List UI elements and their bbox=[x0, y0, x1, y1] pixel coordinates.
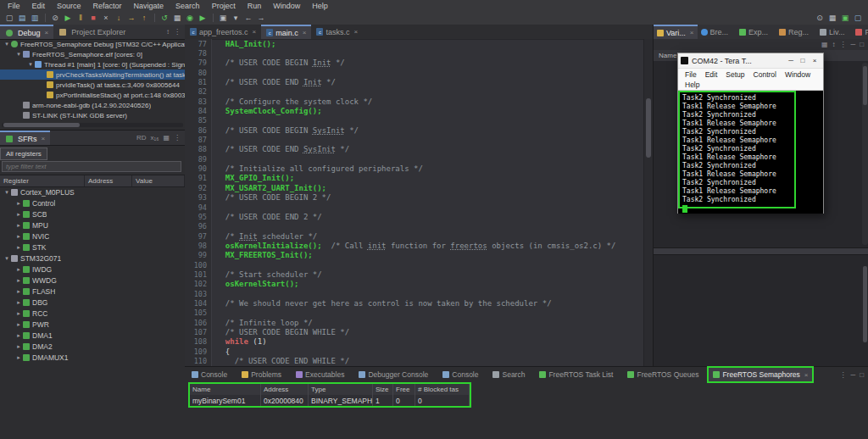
line-number-gutter[interactable]: 93 bbox=[185, 193, 212, 203]
semaphore-table-row[interactable]: myBinarySem01 0x20000840 BINARY_SEMAPHO.… bbox=[190, 395, 470, 406]
view-menu-icon[interactable]: ⋮ bbox=[174, 28, 181, 36]
separator[interactable] bbox=[45, 14, 46, 22]
step-over-icon[interactable]: → bbox=[125, 13, 137, 24]
maximize-view-icon[interactable]: □ bbox=[860, 371, 864, 379]
code-line[interactable]: 83 /* Configure the system clock */ bbox=[185, 97, 644, 106]
expander-icon[interactable]: ▸ bbox=[15, 332, 22, 339]
menu-item[interactable]: Window bbox=[781, 70, 815, 79]
layout-icon[interactable]: ▦ bbox=[821, 41, 828, 48]
view-tab-sfrs[interactable]: SFRs × bbox=[0, 131, 50, 145]
code-line[interactable]: 94 bbox=[185, 203, 644, 212]
code-line[interactable]: 108 while (1) bbox=[185, 337, 644, 347]
annotation-nav-icon[interactable]: ▾ bbox=[230, 13, 242, 24]
register-tree-item[interactable]: ▸ NVIC bbox=[0, 231, 185, 242]
expander-icon[interactable]: ▸ bbox=[15, 277, 22, 284]
code-line[interactable]: 101 /* Start scheduler */ bbox=[185, 270, 644, 279]
save-icon[interactable]: ▤ bbox=[16, 13, 28, 24]
register-column-header[interactable]: Value bbox=[132, 175, 185, 186]
code-line[interactable]: 91 MX_GPIO_Init(); bbox=[185, 174, 644, 183]
view-tab[interactable]: Liv... bbox=[816, 25, 852, 39]
code-line[interactable]: 110 /* USER CODE END WHILE */ bbox=[185, 356, 644, 365]
debug-tree-item[interactable]: ▾ FreeRTOS_Semaphore Debug [STM32 C/C++ … bbox=[0, 39, 185, 49]
table-column-header[interactable]: Address bbox=[261, 384, 309, 395]
maximize-view-icon[interactable]: □ bbox=[860, 41, 864, 48]
code-line[interactable]: 96 bbox=[185, 222, 644, 231]
menu-item[interactable]: Help bbox=[306, 2, 334, 10]
code-line[interactable]: 89 bbox=[185, 154, 644, 164]
line-number-gutter[interactable]: 101 bbox=[185, 270, 212, 279]
cpp-perspective-icon[interactable]: ▢ bbox=[852, 13, 864, 24]
debug-tree-item[interactable]: pxPortInitialiseStack() at port.c:148 0x… bbox=[0, 90, 185, 100]
table-column-header[interactable]: Free bbox=[393, 384, 415, 395]
build-icon[interactable]: ▦ bbox=[171, 13, 183, 24]
view-menu-icon[interactable]: ⋮ bbox=[839, 371, 846, 379]
line-number-gutter[interactable]: 77 bbox=[185, 39, 212, 48]
maximize-button[interactable]: □ bbox=[797, 57, 809, 64]
code-line[interactable]: 100 bbox=[185, 260, 644, 270]
line-number-gutter[interactable]: 95 bbox=[185, 212, 212, 221]
line-number-gutter[interactable]: 97 bbox=[185, 231, 212, 241]
menu-item[interactable]: File bbox=[681, 70, 701, 79]
tab-close-icon[interactable]: × bbox=[303, 29, 307, 36]
terminate-icon[interactable]: ■ bbox=[87, 13, 99, 24]
expander-icon[interactable]: ▸ bbox=[15, 321, 22, 328]
line-number-gutter[interactable]: 80 bbox=[185, 68, 212, 77]
code-line[interactable]: 80 bbox=[185, 68, 644, 77]
expander-icon[interactable]: ▾ bbox=[3, 189, 10, 196]
new-file-icon[interactable]: ▢ bbox=[3, 13, 15, 24]
register-tree-item[interactable]: ▸ FLASH bbox=[0, 286, 185, 297]
tera-term-titlebar[interactable]: COM42 - Tera T... ─ □ × bbox=[678, 53, 823, 68]
menu-item[interactable]: File bbox=[2, 2, 26, 10]
bottom-view-tab[interactable]: FreeRTOS Semaphores × bbox=[708, 367, 813, 382]
line-number-gutter[interactable]: 102 bbox=[185, 280, 212, 289]
bottom-view-tab[interactable]: FreeRTOS Queues bbox=[622, 367, 708, 382]
line-number-gutter[interactable]: 87 bbox=[185, 135, 212, 144]
code-line[interactable]: 82 bbox=[185, 87, 644, 97]
tab-close-icon[interactable]: × bbox=[253, 28, 257, 36]
code-line[interactable]: 103 bbox=[185, 289, 644, 298]
line-number-gutter[interactable]: 78 bbox=[185, 48, 212, 58]
debug-icon[interactable]: ◉ bbox=[184, 13, 196, 24]
table-column-header[interactable]: Size bbox=[373, 384, 393, 395]
code-line[interactable]: 92 MX_USART2_UART_Init(); bbox=[185, 183, 644, 192]
register-tree-item[interactable]: ▸ DMA2 bbox=[0, 341, 185, 352]
bottom-view-tab[interactable]: Problems bbox=[236, 367, 291, 382]
register-tree-item[interactable]: ▾ Cortex_M0PLUS bbox=[0, 186, 185, 197]
terminal-output[interactable]: Task2 Synchronized Task1 Release Semapho… bbox=[678, 91, 823, 214]
register-tree-item[interactable]: ▸ MPU bbox=[0, 220, 185, 231]
code-line[interactable]: 90 /* Initialize all configured peripher… bbox=[185, 164, 644, 173]
code-line[interactable]: 84 SystemClock_Config(); bbox=[185, 106, 644, 115]
line-number-gutter[interactable]: 86 bbox=[185, 125, 212, 135]
line-number-gutter[interactable]: 96 bbox=[185, 222, 212, 231]
debug-tree-item[interactable]: prvIdleTask() at tasks.c:3,409 0x8005644 bbox=[0, 80, 185, 90]
tab-close-icon[interactable]: × bbox=[690, 29, 694, 36]
line-number-gutter[interactable]: 104 bbox=[185, 298, 212, 308]
register-tree-item[interactable]: ▸ SCB bbox=[0, 208, 185, 220]
code-line[interactable]: 97 /* Init scheduler */ bbox=[185, 231, 644, 241]
line-number-gutter[interactable]: 89 bbox=[185, 154, 212, 164]
line-number-gutter[interactable]: 85 bbox=[185, 116, 212, 125]
code-line[interactable]: 98 osKernelInitialize(); /* Call init fu… bbox=[185, 241, 644, 250]
line-number-gutter[interactable]: 90 bbox=[185, 164, 212, 173]
register-filter-input[interactable] bbox=[2, 161, 181, 172]
view-tab[interactable]: Bre... bbox=[698, 25, 737, 39]
new-wizard-icon[interactable]: ▣ bbox=[217, 13, 229, 24]
lower-scrollbar-thumb[interactable] bbox=[863, 266, 867, 342]
code-line[interactable]: 104 /* We should never get here as contr… bbox=[185, 298, 644, 308]
tab-close-icon[interactable]: × bbox=[42, 135, 46, 142]
menu-item[interactable]: Window bbox=[267, 2, 306, 10]
editor-scrollbar[interactable] bbox=[643, 39, 653, 366]
tera-term-window[interactable]: COM42 - Tera T... ─ □ × File Edit Setup … bbox=[677, 53, 824, 214]
code-line[interactable]: 105 bbox=[185, 308, 644, 318]
expander-icon[interactable]: ▸ bbox=[15, 354, 22, 361]
bottom-view-tab[interactable]: Executables bbox=[291, 367, 353, 382]
bottom-view-tab[interactable]: Console bbox=[186, 367, 236, 382]
line-number-gutter[interactable]: 107 bbox=[185, 327, 212, 336]
debug-tree-item[interactable]: ▾ FreeRTOS_Semaphore.elf [cores: 0] bbox=[0, 49, 185, 59]
menu-item[interactable]: Help bbox=[681, 81, 704, 89]
code-line[interactable]: 93 /* USER CODE BEGIN 2 */ bbox=[185, 193, 644, 203]
search-icon[interactable]: ⊙ bbox=[814, 13, 826, 24]
view-tab[interactable]: Reg... bbox=[776, 25, 816, 39]
code-line[interactable]: 86 /* USER CODE BEGIN SysInit */ bbox=[185, 125, 644, 135]
line-number-gutter[interactable]: 100 bbox=[185, 260, 212, 270]
